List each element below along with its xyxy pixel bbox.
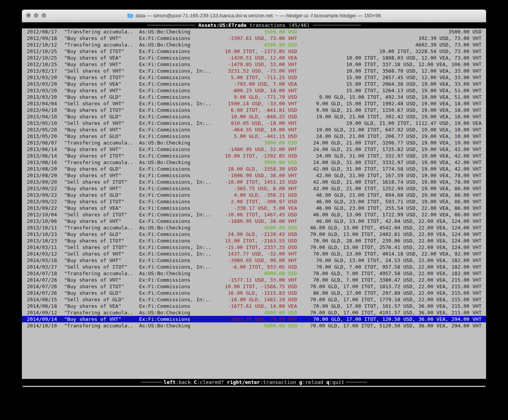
transaction-date: 2014/03/27 [22,264,64,270]
transaction-row[interactable]: 2012/08/17 "Transfering accumula.. As:US… [22,28,486,35]
transaction-row[interactable]: 2014/10/10 "Transfering accumula.. As:US… [22,322,486,329]
transaction-row[interactable]: 2013/04/10 "Buy shares of ITOT" Ex:Fi:Co… [22,107,486,113]
transaction-amount: 3000.00 USD [216,139,297,146]
transaction-description: "Buy shares of VHT" [64,61,139,68]
footer-rule-right: ─────── [346,379,367,385]
transaction-row[interactable]: 2014/07/18 "Transfering accumula.. As:US… [22,270,486,277]
transaction-row[interactable]: 2014/07/26 "Buy shares of VHT" Ex:Fi:Com… [22,277,486,283]
transaction-row[interactable]: 2014/09/12 "Transfering accumula.. As:US… [22,309,486,316]
account-name: Assets:US:ETrade [198,22,246,28]
transaction-description: "Buy shares of VEA" [64,55,139,61]
transaction-amount: 4.00 GLD, -358.31 USD [216,192,297,198]
transaction-row[interactable]: 2013/05/20 "Buy shares of GLD" Ex:Fi:Com… [22,133,486,139]
transaction-row[interactable]: 2013/09/22 "Buy shares of GLD" Ex:Fi:Com… [22,192,486,198]
transaction-description: "Buy shares of ITOT" [64,198,139,205]
transaction-amount: 6.00 ITOT, -841.81 USD [216,107,297,113]
transaction-other-accounts: As:US:Bo:Checking [139,28,216,35]
transaction-running-balance: 70.00 GLD, 17.00 ITOT, 1813.72 USD, 22.0… [297,283,486,290]
transaction-row[interactable]: 2012/10/12 "Transfering accumula.. As:US… [22,42,486,48]
transaction-row[interactable]: 2013/09/20 "Sell shares of ITOT" Ex:Fi:C… [22,179,486,185]
transaction-running-balance: 10.00 ITOT, 3568.70 USD, 12.00 VEA, 33.0… [297,68,486,74]
transaction-row[interactable]: 2014/03/18 "Buy shares of VHT" Ex:Fi:Com… [22,257,486,264]
transaction-row[interactable]: 2013/06/14 "Buy shares of ITOT" Ex:Fi:Co… [22,153,486,159]
title-bar[interactable]: data — simon@pool-71-165-239-133.lsanca.… [22,10,486,22]
transaction-other-accounts: Ex:Fi:Commissions [139,316,216,322]
transaction-row[interactable]: 2012/10/25 "Buy shares of VEA" Ex:Fi:Com… [22,55,486,61]
transaction-row[interactable]: 2013/09/22 "Buy shares of VHT" Ex:Fi:Com… [22,185,486,192]
transaction-row[interactable]: 2013/03/20 "Buy shares of ITOT" Ex:Fi:Co… [22,74,486,81]
transaction-row[interactable]: 2014/08/15 "Sell shares of GLD" Ex:Fi:Co… [22,296,486,303]
transaction-description: "Buy shares of GLD" [64,113,139,120]
transaction-row[interactable]: 2013/04/04 "Sell shares of VHT" Ex:Fi:Co… [22,100,486,107]
transaction-amount: 16.00 GLD, -1515.83 USD [216,290,297,296]
transaction-row[interactable]: 2013/06/07 "Transfering accumula.. As:US… [22,139,486,146]
transaction-date: 2013/04/10 [22,113,64,120]
transaction-row[interactable]: 2013/03/20 "Buy shares of VEA" Ex:Fi:Com… [22,81,486,87]
transaction-row[interactable]: 2013/08/16 "Transfering accumula.. As:US… [22,159,486,166]
transaction-running-balance: 4602.39 USD, 73.00 VHT [297,42,486,48]
transaction-row[interactable]: 2013/10/11 "Transfering accumula.. As:US… [22,224,486,231]
transaction-amount: 5000.00 USD [216,322,297,329]
transaction-running-balance: 70.00 GLD, 7.00 ITOT, 957.58 USD, 22.00 … [297,264,486,270]
transaction-row[interactable]: 2014/03/27 "Sell shares of ITOT" Ex:Fi:C… [22,264,486,270]
transaction-row[interactable]: 2013/10/04 "Sell shares of ITOT" Ex:Fi:C… [22,211,486,218]
transaction-date: 2013/10/04 [22,211,64,218]
transaction-date: 2014/09/12 [22,309,64,316]
transaction-row[interactable]: 2013/09/22 "Buy shares of ITOT" Ex:Fi:Co… [22,198,486,205]
transaction-row[interactable]: 2013/05/20 "Buy shares of VHT" Ex:Fi:Com… [22,126,486,133]
window-controls [26,10,46,21]
transaction-row[interactable]: 2014/03/12 "Sell shares of VHT" Ex:Fi:Co… [22,251,486,257]
transaction-date: 2013/03/20 [22,94,64,100]
transaction-row[interactable]: 2013/10/23 "Buy shares of ITOT" Ex:Fi:Co… [22,237,486,244]
transaction-date: 2014/10/10 [22,322,64,329]
transaction-other-accounts: Ex:Fi:Commissions [139,257,216,264]
transaction-other-accounts: Ex:Fi:Commissions [139,153,216,159]
minimize-button[interactable] [34,13,38,18]
transaction-description: "Transfering accumula.. [64,224,139,231]
transaction-row[interactable]: 2013/04/10 "Buy shares of GLD" Ex:Fi:Com… [22,113,486,120]
transaction-row[interactable]: 2012/10/25 "Buy shares of ITOT" Ex:Fi:Co… [22,48,486,55]
transaction-running-balance: 42.00 GLD, 21.00 ITOT, 1618.74 USD, 19.0… [297,179,486,185]
transaction-row[interactable]: 2014/07/26 "Buy shares of GLD" Ex:Fi:Com… [22,290,486,296]
window-title-text: data — simon@pool-71-165-239-133.lsanca.… [136,13,381,18]
transaction-row[interactable]: 2013/09/22 "Buy shares of VEA" Ex:Fi:Com… [22,205,486,211]
transaction-amount: -10.00 ITOT, 1451.15 USD [216,179,297,185]
transaction-amount: -1680.95 USD, 38.00 VHT [216,218,297,224]
transaction-running-balance: 42.00 GLD, 21.00 ITOT, 1252.99 USD, 19.0… [297,185,486,192]
transaction-running-balance: 9.00 GLD, 15.00 ITOT, 492.34 USD, 19.00 … [297,94,486,100]
transaction-row[interactable]: 2014/03/11 "Sell shares of ITOT" Ex:Fi:C… [22,244,486,251]
transaction-row[interactable]: 2013/08/20 "Buy shares of VHT" Ex:Fi:Com… [22,172,486,179]
transaction-date: 2013/09/22 [22,198,64,205]
transaction-date: 2013/10/23 [22,231,64,237]
transaction-other-accounts: Ex:Fi:Commissions, In:.. [139,211,216,218]
transaction-row[interactable]: 2013/05/10 "Sell shares of VHT" Ex:Fi:Co… [22,120,486,126]
transaction-other-accounts: As:US:Bo:Checking [139,159,216,166]
transaction-row[interactable]: 2013/06/14 "Buy shares of VHT" Ex:Fi:Com… [22,146,486,153]
transaction-row[interactable]: 2013/03/20 "Buy shares of VHT" Ex:Fi:Com… [22,87,486,94]
transaction-other-accounts: Ex:Fi:Commissions [139,290,216,296]
transaction-description: "Transfering accumula.. [64,139,139,146]
transaction-row[interactable]: 2013/03/20 "Buy shares of GLD" Ex:Fi:Com… [22,94,486,100]
transaction-row[interactable]: 2012/10/25 "Buy shares of VHT" Ex:Fi:Com… [22,61,486,68]
transaction-date: 2014/07/26 [22,283,64,290]
transaction-date: 2014/03/11 [22,244,64,251]
transaction-row[interactable]: 2013/10/23 "Buy shares of GLD" Ex:Fi:Com… [22,231,486,237]
zoom-button[interactable] [42,13,46,18]
close-button[interactable] [26,13,31,18]
transaction-other-accounts: Ex:Fi:Commissions [139,55,216,61]
transaction-row[interactable]: 2013/02/17 "Sell shares of VHT" Ex:Fi:Co… [22,68,486,74]
transaction-description: "Sell shares of VHT" [64,120,139,126]
transaction-other-accounts: Ex:Fi:Commissions, In:.. [139,68,216,74]
transaction-row[interactable]: 2014/09/14 "Buy shares of VHT" Ex:Fi:Com… [22,316,486,322]
transaction-row[interactable]: 2013/08/20 "Buy shares of GLD" Ex:Fi:Com… [22,166,486,172]
transaction-other-accounts: Ex:Fi:Commissions [139,48,216,55]
transaction-running-balance: 70.00 GLD, 13.00 ITOT, 4014.18 USD, 22.0… [297,251,486,257]
transaction-row[interactable]: 2013/10/06 "Buy shares of VHT" Ex:Fi:Com… [22,218,486,224]
transaction-other-accounts: Ex:Fi:Commissions, In:.. [139,264,216,270]
transaction-other-accounts: Ex:Fi:Commissions, In:.. [139,251,216,257]
transaction-row[interactable]: 2014/08/18 "Buy shares of VEA" Ex:Fi:Com… [22,303,486,309]
transaction-row[interactable]: 2014/07/26 "Buy shares of ITOT" Ex:Fi:Co… [22,283,486,290]
transaction-list: 2012/08/17 "Transfering accumula.. As:US… [22,28,486,329]
transaction-amount: 2.00 ITOT, -300.97 USD [216,198,297,205]
transaction-row[interactable]: 2012/09/18 "Buy shares of VHT" Ex:Fi:Com… [22,35,486,42]
